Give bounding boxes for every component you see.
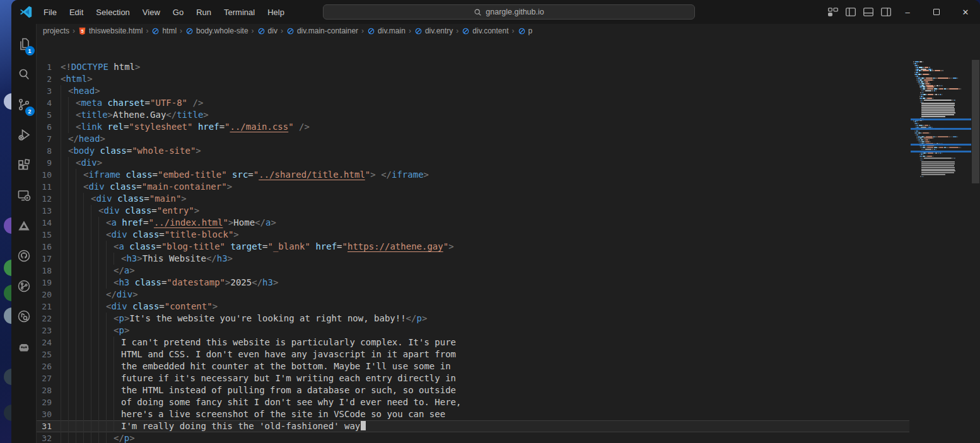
code-line-13[interactable]: 13<div class="entry"> <box>37 205 909 217</box>
menu-item-terminal[interactable]: Terminal <box>218 5 260 20</box>
source-control-icon[interactable]: 2 <box>11 89 37 120</box>
breadcrumb-separator-icon: › <box>180 26 182 35</box>
vertical-scrollbar[interactable] <box>971 60 980 443</box>
symbol-element-icon <box>367 27 375 35</box>
code-line-18[interactable]: 18</a> <box>37 265 909 277</box>
run-debug-icon[interactable] <box>11 120 37 150</box>
line-number: 7 <box>37 133 61 145</box>
code-line-text: I can't pretend this website is particul… <box>61 337 909 348</box>
code-line-11[interactable]: 11<div class="main-container"> <box>37 181 909 193</box>
code-line-1[interactable]: 1<!DOCTYPE html> <box>37 61 909 73</box>
breadcrumb: projects›5thiswebsite.html›html›body.who… <box>37 24 980 38</box>
code-editor[interactable]: 1<!DOCTYPE html>2<html>3<head>4<meta cha… <box>37 60 980 443</box>
code-line-12[interactable]: 12<div class="main"> <box>37 193 909 205</box>
code-line-26[interactable]: 26the embedded hit counter at the bottom… <box>37 360 909 372</box>
symbol-element-icon <box>185 27 194 35</box>
extensions-icon[interactable] <box>11 150 37 180</box>
triangle-extension-icon[interactable] <box>11 210 37 241</box>
line-number: 14 <box>37 217 61 229</box>
menu-item-view[interactable]: View <box>137 5 166 20</box>
command-center-search[interactable]: gnargle.github.io <box>323 4 695 20</box>
source-control-badge: 2 <box>25 106 35 116</box>
code-line-25[interactable]: 25HTML and CSS. I don't even have any ja… <box>37 348 909 360</box>
code-line-29[interactable]: 29of doing some fancy shit I don't see w… <box>37 396 909 408</box>
code-line-23[interactable]: 23<p> <box>37 325 909 337</box>
git-graph-icon[interactable] <box>11 271 37 301</box>
code-line-30[interactable]: 30here's a live screenshot of the site i… <box>37 408 909 420</box>
code-line-19[interactable]: 19<h3 class="datestamp">2025</h3> <box>37 277 909 289</box>
code-line-15[interactable]: 15<div class="title-block"> <box>37 229 909 241</box>
line-number: 21 <box>37 301 61 313</box>
customize-layout-icon[interactable] <box>827 6 839 18</box>
breadcrumb-p[interactable]: p <box>518 26 533 35</box>
minimize-button[interactable]: – <box>893 0 922 24</box>
code-line-2[interactable]: 2<html> <box>37 73 909 85</box>
breadcrumb-body.whole-site[interactable]: body.whole-site <box>185 26 248 35</box>
breadcrumb-separator-icon: › <box>73 26 75 35</box>
toggle-primary-sidebar-icon[interactable] <box>845 6 856 18</box>
breadcrumb-file[interactable]: 5thiswebsite.html <box>78 26 143 35</box>
line-number: 29 <box>37 396 61 408</box>
line-number: 4 <box>37 97 61 109</box>
explorer-icon[interactable]: 1 <box>11 29 37 59</box>
code-line-text: <div class="entry"> <box>61 205 909 217</box>
breadcrumb-div.content[interactable]: div.content <box>462 26 508 35</box>
scrollbar-slider[interactable] <box>972 60 979 183</box>
menu-item-selection[interactable]: Selection <box>90 5 135 20</box>
menu-item-run[interactable]: Run <box>190 5 217 20</box>
remote-explorer-icon[interactable] <box>11 180 37 210</box>
code-line-text: </div> <box>61 289 909 301</box>
code-line-text: <div class="title-block"> <box>61 229 909 241</box>
close-button[interactable]: ✕ <box>951 0 980 24</box>
breadcrumb-html[interactable]: html <box>151 26 177 35</box>
code-line-3[interactable]: 3<head> <box>37 85 909 97</box>
code-line-4[interactable]: 4<meta charset="UTF-8" /> <box>37 97 909 109</box>
code-line-32[interactable]: 32</p> <box>37 432 909 443</box>
menu-item-file[interactable]: File <box>38 5 62 20</box>
code-line-20[interactable]: 20</div> <box>37 289 909 301</box>
breadcrumb-div.main-container[interactable]: div.main-container <box>286 26 358 35</box>
code-line-16[interactable]: 16<a class="blog-title" target="_blank" … <box>37 241 909 253</box>
search-icon[interactable] <box>11 59 37 89</box>
toggle-secondary-sidebar-icon[interactable] <box>880 6 892 18</box>
breadcrumb-root[interactable]: projects <box>43 26 69 35</box>
menu-item-help[interactable]: Help <box>262 5 290 20</box>
code-line-9[interactable]: 9<div> <box>37 157 909 169</box>
breadcrumb-div.main[interactable]: div.main <box>367 26 405 35</box>
line-number: 23 <box>37 325 61 337</box>
toggle-panel-icon[interactable] <box>863 6 874 18</box>
code-line-text: <head> <box>61 85 909 97</box>
code-line-31[interactable]: 31I'm really doing this the 'old-fashion… <box>37 420 909 432</box>
code-line-7[interactable]: 7</head> <box>37 133 909 145</box>
breadcrumb-div[interactable]: div <box>257 26 277 35</box>
code-line-27[interactable]: 27future if it's necessary but I'm writi… <box>37 372 909 384</box>
gitlens-icon[interactable] <box>11 301 37 331</box>
search-label: gnargle.github.io <box>486 8 544 16</box>
code-line-28[interactable]: 28the HTML instead of pulling from a dat… <box>37 384 909 396</box>
symbol-element-icon <box>257 27 265 35</box>
maximize-button[interactable] <box>922 0 951 24</box>
code-line-text: <p>It's the website you're looking at ri… <box>61 313 909 325</box>
code-line-10[interactable]: 10<iframe class="embed-title" src="../sh… <box>37 169 909 181</box>
code-line-14[interactable]: 14<a href="../index.html">Home</a> <box>37 217 909 229</box>
github-icon[interactable] <box>11 241 37 271</box>
code-line-text: <iframe class="embed-title" src="../shar… <box>61 169 909 181</box>
breadcrumb-div.entry[interactable]: div.entry <box>414 26 453 35</box>
code-line-5[interactable]: 5<title>Athene.Gay</title> <box>37 109 909 121</box>
code-line-17[interactable]: 17<h3>This Website</h3> <box>37 253 909 265</box>
code-line-24[interactable]: 24I can't pretend this website is partic… <box>37 337 909 348</box>
activity-bar: 12 <box>11 24 37 443</box>
menu-item-go[interactable]: Go <box>167 5 189 20</box>
code-line-8[interactable]: 8<body class="whole-site"> <box>37 145 909 157</box>
code-line-6[interactable]: 6<link rel="stylesheet" href="../main.cs… <box>37 121 909 133</box>
minimap[interactable] <box>911 60 971 443</box>
breadcrumb-separator-icon: › <box>146 26 148 35</box>
line-number: 22 <box>37 313 61 325</box>
code-line-22[interactable]: 22<p>It's the website you're looking at … <box>37 313 909 325</box>
menu-item-edit[interactable]: Edit <box>64 5 89 20</box>
line-number: 17 <box>37 253 61 265</box>
minimap-highlight-bar <box>911 128 971 130</box>
code-line-text: <div class="main"> <box>61 193 909 205</box>
code-line-21[interactable]: 21<div class="content"> <box>37 301 909 313</box>
godot-icon[interactable] <box>11 331 37 362</box>
